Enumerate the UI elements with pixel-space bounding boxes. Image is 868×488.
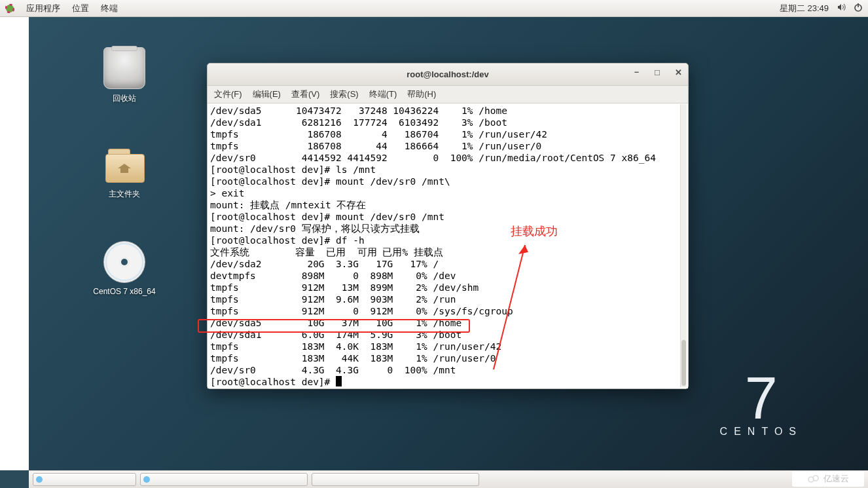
- gnome-bottom-panel: [29, 470, 868, 488]
- menu-terminal[interactable]: 终端: [101, 3, 118, 14]
- svg-point-0: [6, 5, 14, 12]
- menu-applications[interactable]: 应用程序: [26, 3, 60, 14]
- trash-icon: [103, 47, 145, 89]
- menu-places[interactable]: 位置: [72, 3, 89, 14]
- page-gutter: [0, 17, 29, 470]
- desktop-icon-label: 主文件夹: [85, 189, 164, 200]
- window-close-button[interactable]: ✕: [674, 67, 683, 77]
- annotation-label: 挂载成功: [511, 223, 558, 239]
- terminal-output[interactable]: /dev/sda5 10473472 37248 10436224 1% /ho…: [208, 103, 688, 388]
- brand-word: CENTOS: [720, 426, 803, 438]
- watermark: 亿速云: [792, 471, 864, 487]
- window-title: root@localhost:/dev: [407, 69, 488, 79]
- menubar-file[interactable]: 文件(F): [214, 88, 242, 100]
- desktop-trash[interactable]: 回收站: [85, 47, 164, 104]
- window-minimize-button[interactable]: －: [632, 67, 641, 77]
- watermark-text: 亿速云: [823, 473, 849, 485]
- taskbar-entry-2[interactable]: [140, 473, 308, 486]
- brand-number: 7: [720, 375, 803, 422]
- terminal-scrollbar[interactable]: [680, 104, 687, 387]
- menubar-view[interactable]: 查看(V): [291, 88, 319, 100]
- menubar-search[interactable]: 搜索(S): [330, 88, 358, 100]
- desktop-cd-media[interactable]: CentOS 7 x86_64: [85, 241, 164, 296]
- folder-home-icon: [103, 143, 145, 185]
- distro-icon: [5, 4, 14, 13]
- window-maximize-button[interactable]: □: [653, 67, 662, 77]
- volume-icon[interactable]: [837, 3, 846, 14]
- gnome-top-panel: 应用程序 位置 终端 星期二 23:49: [0, 0, 868, 17]
- cd-icon: [103, 241, 145, 283]
- desktop-area: 回收站 主文件夹 CentOS 7 x86_64 7 CENTOS root@l…: [29, 17, 868, 470]
- menubar-edit[interactable]: 编辑(E): [253, 88, 281, 100]
- taskbar-entry-1[interactable]: [33, 473, 136, 486]
- taskbar-entry-3[interactable]: [312, 473, 479, 486]
- terminal-menubar: 文件(F) 编辑(E) 查看(V) 搜索(S) 终端(T) 帮助(H): [208, 86, 688, 103]
- desktop-home-folder[interactable]: 主文件夹: [85, 143, 164, 200]
- power-icon[interactable]: [854, 3, 863, 14]
- window-titlebar[interactable]: root@localhost:/dev － □ ✕: [208, 64, 688, 86]
- menubar-help[interactable]: 帮助(H): [407, 88, 436, 100]
- scrollbar-thumb[interactable]: [681, 340, 686, 386]
- desktop-brand: 7 CENTOS: [720, 375, 803, 438]
- panel-clock[interactable]: 星期二 23:49: [780, 3, 829, 14]
- menubar-terminal[interactable]: 终端(T): [369, 88, 397, 100]
- desktop-icon-label: CentOS 7 x86_64: [85, 287, 164, 296]
- desktop-icon-label: 回收站: [85, 93, 164, 104]
- terminal-window: root@localhost:/dev － □ ✕ 文件(F) 编辑(E) 查看…: [207, 63, 689, 389]
